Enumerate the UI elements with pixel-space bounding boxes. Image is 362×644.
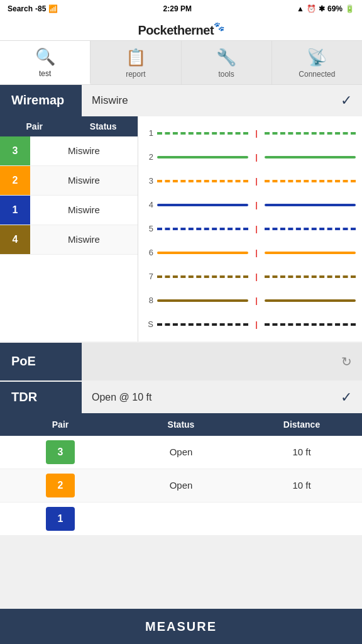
pair-table-header: Pair Status	[0, 116, 138, 136]
pair-status-3: Miswire	[30, 145, 138, 156]
wire-left-7	[157, 275, 248, 278]
pair-status-1: Miswire	[30, 204, 138, 215]
app-header: Pockethernet🐾	[0, 18, 362, 41]
tdr-pair-3: 3	[0, 436, 121, 469]
tdr-distance-2: 10 ft	[241, 480, 362, 491]
tdr-row-3: 3 Open 10 ft	[0, 436, 362, 469]
wire-break-8: |	[252, 296, 261, 305]
wire-left-8	[157, 299, 248, 302]
wire-num-3: 3	[145, 176, 153, 186]
wire-row-6: 6 |	[145, 241, 356, 265]
wire-row-7: 7 |	[145, 265, 356, 289]
back-label[interactable]: Search	[8, 4, 33, 13]
tab-test-label: test	[39, 69, 51, 78]
tdr-header: TDR Open @ 10 ft ✓	[0, 382, 362, 413]
tdr-row-2: 2 Open 10 ft	[0, 469, 362, 502]
tdr-distance-3: 10 ft	[241, 447, 362, 457]
tab-tools-label: tools	[218, 70, 234, 79]
wiremap-body: Pair Status 3 Miswire 2 Miswire 1 Miswir…	[0, 116, 362, 341]
tdr-check: ✓	[331, 382, 362, 413]
wire-row-3: 3 |	[145, 169, 356, 193]
tab-connected[interactable]: 📡 Connected	[272, 41, 362, 84]
tdr-badge-3: 3	[46, 440, 75, 464]
tdr-table-header: Pair Status Distance	[0, 413, 362, 436]
search-icon: 🔍	[35, 47, 55, 67]
wiremap-subtitle: Miswire	[82, 85, 331, 116]
wire-break-2: |	[252, 152, 261, 162]
wire-num-s: S	[145, 319, 153, 329]
wiremap-check: ✓	[331, 85, 362, 116]
status-left: Search -85 📶	[8, 4, 58, 13]
pair-row-1: 1 Miswire	[0, 196, 138, 225]
wire-num-1: 1	[145, 128, 153, 138]
status-col-header: Status	[69, 116, 138, 136]
pair-status-4: Miswire	[30, 234, 138, 245]
poe-content	[82, 343, 331, 380]
status-bar: Search -85 📶 2:29 PM ▲ ⏰ ✱ 69% 🔋	[0, 0, 362, 18]
poe-section: PoE ↻	[0, 343, 362, 380]
wire-break-4: |	[252, 200, 261, 209]
tdr-pair-2: 2	[0, 469, 121, 502]
pair-badge-1: 1	[0, 196, 30, 225]
wire-right-1	[265, 132, 356, 135]
tdr-pair-1: 1	[0, 502, 121, 535]
wire-left-s	[157, 323, 248, 326]
tab-test[interactable]: 🔍 test	[0, 41, 90, 84]
tdr-subtitle: Open @ 10 ft	[82, 382, 331, 413]
wire-diagram: 1 | 2 | 3 |	[138, 116, 362, 341]
connected-icon: 📡	[307, 48, 327, 67]
wire-left-6	[157, 252, 248, 254]
tdr-status-header: Status	[121, 413, 241, 436]
alarm-icon: ⏰	[307, 4, 316, 13]
tools-icon: 🔧	[216, 48, 236, 67]
tab-report[interactable]: 📋 report	[90, 41, 181, 84]
wire-left-2	[157, 156, 248, 158]
tdr-badge-1: 1	[46, 507, 75, 531]
wire-left-3	[157, 180, 248, 182]
location-icon: ▲	[297, 4, 304, 13]
battery-icon: 🔋	[345, 4, 354, 13]
signal-strength: -85	[35, 4, 46, 13]
wire-break-5: |	[252, 224, 261, 233]
bluetooth-icon: ✱	[319, 4, 325, 13]
report-icon: 📋	[126, 48, 146, 67]
wire-num-2: 2	[145, 152, 153, 162]
wire-right-5	[265, 228, 356, 230]
wiremap-title: Wiremap	[0, 85, 82, 116]
wire-right-7	[265, 275, 356, 278]
tab-connected-label: Connected	[299, 70, 335, 79]
wire-row-8: 8 |	[145, 289, 356, 313]
battery-level: 69%	[327, 4, 343, 13]
wire-left-1	[157, 132, 248, 135]
wire-break-7: |	[252, 272, 261, 281]
pair-badge-4: 4	[0, 225, 30, 254]
wire-row-1: 1 |	[145, 121, 356, 145]
pair-table: Pair Status 3 Miswire 2 Miswire 1 Miswir…	[0, 116, 138, 341]
pair-status-2: Miswire	[30, 175, 138, 186]
measure-button[interactable]: MEASURE	[0, 609, 362, 644]
wire-row-2: 2 |	[145, 145, 356, 169]
pair-badge-2: 2	[0, 166, 30, 195]
wire-left-4	[157, 204, 248, 206]
wifi-icon: 📶	[48, 4, 58, 13]
pair-badge-3: 3	[0, 136, 30, 165]
wire-row-4: 4 |	[145, 193, 356, 217]
wire-right-4	[265, 204, 356, 206]
wire-num-8: 8	[145, 296, 153, 305]
wire-num-5: 5	[145, 224, 153, 233]
wire-num-7: 7	[145, 272, 153, 281]
wiremap-header: Wiremap Miswire ✓	[0, 85, 362, 116]
wire-right-3	[265, 180, 356, 182]
wire-num-4: 4	[145, 200, 153, 209]
wire-break-3: |	[252, 176, 261, 186]
wire-row-5: 5 |	[145, 217, 356, 241]
tdr-status-2: Open	[121, 480, 241, 491]
poe-title: PoE	[0, 354, 82, 369]
tab-bar: 🔍 test 📋 report 🔧 tools 📡 Connected	[0, 41, 362, 85]
poe-refresh-button[interactable]: ↻	[331, 343, 362, 380]
pair-row-4: 4 Miswire	[0, 225, 138, 255]
pair-col-header: Pair	[0, 116, 69, 136]
tdr-badge-2: 2	[46, 474, 75, 497]
pair-row-3: 3 Miswire	[0, 136, 138, 166]
tab-tools[interactable]: 🔧 tools	[182, 41, 272, 84]
